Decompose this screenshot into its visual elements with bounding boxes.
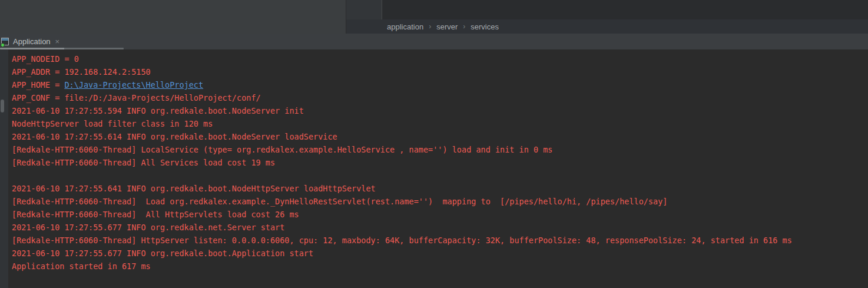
console-line: Application started in 617 ms — [12, 260, 868, 273]
close-icon[interactable]: × — [55, 38, 60, 45]
breadcrumb-separator-icon: › — [463, 22, 465, 31]
console-line: APP_HOME = D:\Java-Projects\HelloProject — [12, 78, 868, 91]
console-line: APP_ADDR = 192.168.124.2:5150 — [12, 65, 868, 78]
console-line: APP_NODEID = 0 — [12, 52, 868, 65]
gutter-scrollbar-thumb[interactable] — [1, 100, 4, 112]
console-line: 2021-06-10 17:27:55.677 INFO org.redkale… — [12, 221, 868, 234]
running-indicator-dot — [1, 43, 5, 47]
tab-label: Application — [13, 37, 51, 46]
tab-application[interactable]: Application × — [0, 34, 63, 49]
app-home-link[interactable]: D:\Java-Projects\HelloProject — [64, 80, 203, 90]
console-tabstrip: Application × — [0, 34, 868, 49]
ide-window: application›server›services Application … — [0, 0, 868, 288]
breadcrumb-separator-icon: › — [429, 22, 431, 31]
console-line: [Redkale-HTTP:6060-Thread] All HttpServl… — [12, 208, 868, 221]
console-line: 2021-06-10 17:27:55.614 INFO org.redkale… — [12, 130, 868, 143]
console-text: APP_HOME = — [12, 80, 64, 90]
editor-panel-right — [382, 0, 868, 19]
run-console-icon — [1, 38, 9, 46]
breadcrumb-item-server[interactable]: server — [436, 22, 458, 31]
editor-panel-gutter — [346, 0, 382, 19]
breadcrumb-item-services[interactable]: services — [471, 22, 499, 31]
console-output: APP_NODEID = 0APP_ADDR = 192.168.124.2:5… — [12, 52, 868, 273]
console-gutter — [0, 49, 8, 288]
console-line: 2021-06-10 17:27:55.641 INFO org.redkale… — [12, 182, 868, 195]
breadcrumb: application›server›services — [346, 19, 868, 34]
breadcrumb-item-application[interactable]: application — [387, 22, 423, 31]
console-line: [Redkale-HTTP:6060-Thread] Load org.redk… — [12, 195, 868, 208]
console-line: APP_CONF = file:/D:/Java-Projects/HelloP… — [12, 91, 868, 104]
editor-panel-left — [0, 0, 346, 34]
console-panel: APP_NODEID = 0APP_ADDR = 192.168.124.2:5… — [0, 49, 868, 288]
console-line — [12, 169, 868, 182]
console-line: NodeHttpServer load filter class in 120 … — [12, 117, 868, 130]
console-line: [Redkale-HTTP:6060-Thread] LocalService … — [12, 143, 868, 156]
console-line: [Redkale-HTTP:6060-Thread] All Services … — [12, 156, 868, 169]
console-line: 2021-06-10 17:27:55.594 INFO org.redkale… — [12, 104, 868, 117]
console-line: [Redkale-HTTP:6060-Thread] HttpServer li… — [12, 234, 868, 247]
console-line: 2021-06-10 17:27:55.677 INFO org.redkale… — [12, 247, 868, 260]
